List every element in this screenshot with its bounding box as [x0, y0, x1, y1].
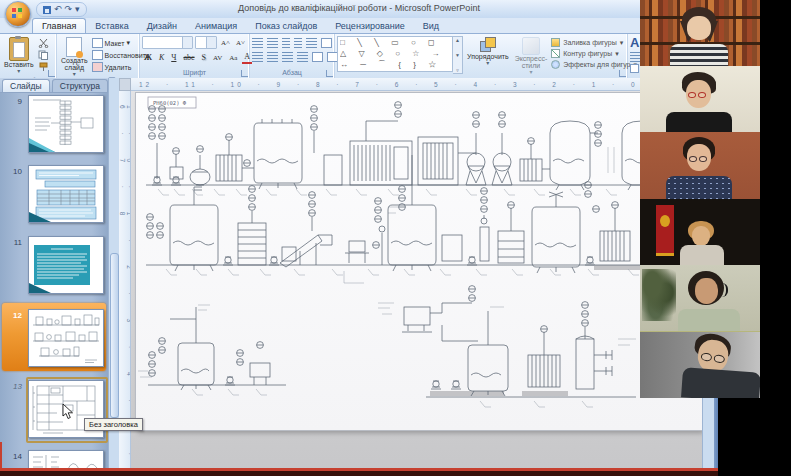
italic-button[interactable]: К	[157, 53, 166, 63]
participant-2-glasses	[688, 92, 706, 98]
group-clipboard: Вставить ▾ Буфер обмена	[0, 34, 57, 78]
headphones-icon	[718, 283, 728, 297]
shapes-gallery-scrollbar[interactable]: ▲▼▿	[453, 36, 463, 74]
slide-surface[interactable]: РН60(02) Ф	[136, 93, 702, 430]
tab-slideshow[interactable]: Показ слайдов	[246, 19, 326, 33]
save-icon[interactable]	[43, 6, 51, 14]
slide-thumbnail-12[interactable]: 12	[0, 309, 104, 377]
quick-styles-icon	[522, 37, 540, 55]
editing-canvas[interactable]: РН60(02) Ф	[131, 91, 702, 476]
slide-thumbnail-10[interactable]: 10	[0, 165, 104, 227]
text-direction-icon[interactable]	[321, 38, 332, 48]
bullets-icon[interactable]	[252, 38, 263, 48]
new-slide-dropdown-icon[interactable]: ▾	[73, 71, 76, 78]
cut-icon[interactable]	[38, 38, 49, 48]
paste-button[interactable]: Вставить ▾	[2, 36, 36, 76]
align-center-icon[interactable]	[267, 52, 278, 62]
slide-thumbnail-9[interactable]: 9	[0, 95, 104, 157]
paragraph-caption: Абзац	[250, 68, 334, 78]
font-name-combobox[interactable]	[142, 36, 193, 49]
slide-thumbnail-11[interactable]: 11	[0, 236, 104, 298]
shape-outline-button[interactable]: Контур фигуры▾	[551, 49, 637, 58]
tab-review[interactable]: Рецензирование	[326, 19, 414, 33]
paragraph-dialog-launcher-icon[interactable]	[326, 70, 333, 77]
ribbon-tabs: Главная Вставка Дизайн Анимация Показ сл…	[0, 18, 718, 34]
horizontal-ruler: 12 · 11 · 10 · 9 · 8 · 7 · 6 · 5 · 4 · 3…	[131, 78, 702, 91]
tab-animation[interactable]: Анимация	[186, 19, 246, 33]
slide-thumbnail-13[interactable]: 13	[0, 380, 104, 446]
tab-design[interactable]: Дизайн	[138, 19, 186, 33]
slide-9-graphic	[29, 96, 103, 152]
quick-styles-button[interactable]: Экспресс-стили ▾	[513, 36, 550, 77]
shape-fill-button[interactable]: Заливка фигуры▾	[551, 38, 637, 47]
copy-icon[interactable]	[38, 50, 49, 60]
drawing-dialog-launcher-icon[interactable]	[619, 70, 626, 77]
paste-dropdown-icon[interactable]: ▾	[17, 68, 20, 75]
character-spacing-button[interactable]: AV	[211, 53, 224, 63]
thumbnail-tooltip: Без заголовка	[84, 418, 143, 431]
underline-button[interactable]: Ч	[169, 53, 178, 63]
shapes-gallery[interactable]: □ ╲ ╲ ▭ ○ ◻ △ ▽ ◇ ○ ☆ → ↔ ─ ⌒ { } ☆	[337, 36, 453, 72]
participant-1-body	[670, 44, 728, 66]
participant-video-3[interactable]	[640, 132, 760, 198]
slide-10-graphic	[29, 166, 103, 222]
tab-slides-thumbnails[interactable]: Слайды	[2, 79, 50, 92]
participant-5-body	[678, 309, 740, 331]
decrease-indent-icon[interactable]	[282, 38, 290, 48]
process-flow-diagram: РН60(02) Ф	[136, 93, 702, 430]
columns-icon[interactable]	[312, 52, 323, 62]
participant-video-6[interactable]	[640, 331, 760, 398]
new-slide-button[interactable]: Создать слайд ▾	[59, 36, 90, 79]
shape-fill-icon	[551, 38, 560, 47]
line-spacing-icon[interactable]	[306, 38, 317, 48]
panel-scrollbar-thumb[interactable]	[110, 253, 119, 418]
group-slides: Создать слайд ▾ Макет▾ Восстановить Удал…	[57, 34, 140, 78]
red-banner	[656, 205, 674, 256]
shrink-font-icon[interactable]: A˅	[234, 38, 247, 48]
participant-3-body	[666, 176, 732, 198]
increase-indent-icon[interactable]	[294, 38, 302, 48]
grow-font-icon[interactable]: A˄	[219, 38, 232, 48]
arrange-button[interactable]: Упорядочить ▾	[465, 36, 511, 68]
slide-11-graphic	[29, 237, 103, 293]
office-button[interactable]	[5, 1, 31, 27]
participant-video-1[interactable]	[640, 0, 760, 66]
ribbon: Вставить ▾ Буфер обмена	[0, 34, 718, 79]
select-icon[interactable]	[630, 64, 639, 73]
change-case-button[interactable]: Аа	[227, 53, 239, 63]
houseplant	[642, 269, 676, 321]
shape-effects-button[interactable]: Эффекты для фигур▾	[551, 60, 637, 69]
drawing-title-label: РН60(02) Ф	[153, 100, 187, 106]
tab-outline[interactable]: Структура	[52, 79, 108, 92]
participant-3-glasses	[689, 156, 707, 162]
text-shadow-button[interactable]: S	[200, 53, 208, 63]
align-right-icon[interactable]	[282, 52, 293, 62]
tab-view[interactable]: Вид	[414, 19, 448, 33]
font-caption: Шрифт	[140, 68, 249, 78]
strikethrough-button[interactable]: abc	[181, 53, 196, 63]
shape-effects-icon	[551, 60, 560, 69]
participant-video-2[interactable]	[640, 66, 760, 132]
delete-icon	[92, 62, 103, 72]
screen: ↶ ↷ ▾ Доповідь до кваліфікаційної роботи…	[0, 0, 791, 476]
ruler-corner	[119, 78, 131, 91]
participant-video-4[interactable]	[640, 199, 760, 265]
bold-button[interactable]: Ж	[142, 53, 154, 63]
align-left-icon[interactable]	[252, 52, 263, 62]
panel-tabs: Слайды Структура ×	[0, 78, 119, 93]
participant-4-body	[680, 245, 724, 265]
numbering-icon[interactable]	[267, 38, 278, 48]
clipboard-dialog-launcher-icon[interactable]	[48, 70, 55, 77]
tab-insert[interactable]: Вставка	[86, 19, 137, 33]
panel-scrollbar[interactable]	[108, 78, 119, 476]
group-drawing: □ ╲ ╲ ▭ ○ ◻ △ ▽ ◇ ○ ☆ → ↔ ─ ⌒ { } ☆ ▲▼▿ …	[335, 34, 628, 78]
find-button[interactable]: А	[630, 36, 639, 50]
tab-home[interactable]: Главная	[32, 18, 86, 33]
font-dialog-launcher-icon[interactable]	[241, 70, 248, 77]
participant-video-5[interactable]	[640, 265, 760, 331]
slide-12-graphic	[29, 310, 103, 366]
justify-icon[interactable]	[297, 52, 308, 62]
participant-4-face	[692, 226, 710, 246]
font-size-combobox[interactable]	[195, 36, 217, 49]
paste-icon	[9, 37, 29, 61]
